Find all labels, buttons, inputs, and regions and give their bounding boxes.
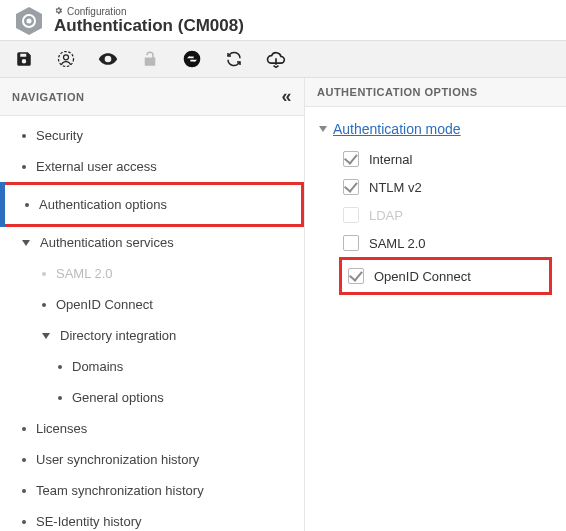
nav-item-team-sync-history[interactable]: Team synchronization history [0, 475, 304, 506]
options-header: AUTHENTICATION OPTIONS [305, 78, 566, 107]
svg-point-5 [184, 51, 201, 68]
module-icon [14, 6, 44, 36]
checkbox-icon [343, 207, 359, 223]
refresh-button[interactable] [224, 49, 244, 69]
nav-label: External user access [36, 159, 292, 174]
opt-label: OpenID Connect [374, 269, 471, 284]
nav-item-authentication-options[interactable]: Authentication options [0, 182, 304, 227]
nav-item-openid-connect[interactable]: OpenID Connect [0, 289, 304, 320]
navigation-title: NAVIGATION [12, 91, 84, 103]
nav-label: Authentication services [40, 235, 292, 250]
checkbox-icon[interactable] [348, 268, 364, 284]
opt-ntlm-v2[interactable]: NTLM v2 [339, 173, 552, 201]
opt-label: SAML 2.0 [369, 236, 426, 251]
nav-label: General options [72, 390, 292, 405]
nav-label: Domains [72, 359, 292, 374]
auth-mode-link[interactable]: Authentication mode [333, 121, 461, 137]
auth-mode-group-header[interactable]: Authentication mode [319, 121, 552, 137]
toolbar [0, 40, 566, 78]
nav-label: Authentication options [39, 197, 289, 212]
nav-item-security[interactable]: Security [0, 120, 304, 151]
opt-ldap: LDAP [339, 201, 552, 229]
save-button[interactable] [14, 49, 34, 69]
options-panel: AUTHENTICATION OPTIONS Authentication mo… [305, 78, 566, 531]
caret-down-icon [42, 333, 50, 339]
bullet-icon [22, 489, 26, 493]
nav-label: User synchronization history [36, 452, 292, 467]
svg-point-3 [59, 52, 74, 67]
checkbox-icon[interactable] [343, 235, 359, 251]
nav-label: Licenses [36, 421, 292, 436]
bullet-icon [25, 203, 29, 207]
nav-item-external-user-access[interactable]: External user access [0, 151, 304, 182]
collapse-icon[interactable]: « [281, 86, 292, 107]
nav-label: OpenID Connect [56, 297, 292, 312]
nav-label: SAML 2.0 [56, 266, 292, 281]
opt-label: Internal [369, 152, 412, 167]
opt-saml[interactable]: SAML 2.0 [339, 229, 552, 257]
svg-point-4 [64, 55, 69, 60]
bullet-icon [22, 134, 26, 138]
eye-button[interactable] [98, 49, 118, 69]
unlock-button[interactable] [140, 49, 160, 69]
nav-item-user-sync-history[interactable]: User synchronization history [0, 444, 304, 475]
checkbox-icon[interactable] [343, 179, 359, 195]
bullet-icon [22, 427, 26, 431]
nav-group-directory-integration[interactable]: Directory integration [0, 320, 304, 351]
nav-label: Team synchronization history [36, 483, 292, 498]
opt-openid-connect[interactable]: OpenID Connect [339, 257, 552, 295]
nav-label: Security [36, 128, 292, 143]
nav-group-authentication-services[interactable]: Authentication services [0, 227, 304, 258]
title-block: Configuration Authentication (CM008) [54, 6, 244, 36]
bullet-icon [22, 520, 26, 524]
navigation-list: Security External user access Authentica… [0, 116, 304, 531]
nav-item-saml[interactable]: SAML 2.0 [0, 258, 304, 289]
cloud-button[interactable] [266, 49, 286, 69]
svg-point-2 [27, 19, 32, 24]
navigation-header: NAVIGATION « [0, 78, 304, 116]
options-content: Authentication mode Internal NTLM v2 LDA… [305, 107, 566, 305]
caret-down-icon [319, 126, 327, 132]
nav-item-licenses[interactable]: Licenses [0, 413, 304, 444]
nav-label: Directory integration [60, 328, 292, 343]
page-header: Configuration Authentication (CM008) [0, 0, 566, 40]
options-title: AUTHENTICATION OPTIONS [317, 86, 478, 98]
opt-label: NTLM v2 [369, 180, 422, 195]
nav-item-domains[interactable]: Domains [0, 351, 304, 382]
nav-item-se-identity-history[interactable]: SE-Identity history [0, 506, 304, 531]
navigation-panel: NAVIGATION « Security External user acce… [0, 78, 305, 531]
page-title: Authentication (CM008) [54, 17, 244, 36]
caret-down-icon [22, 240, 30, 246]
bullet-icon [58, 365, 62, 369]
bullet-icon [42, 272, 46, 276]
auth-mode-options: Internal NTLM v2 LDAP SAML 2.0 OpenID Co… [319, 145, 552, 295]
opt-label: LDAP [369, 208, 403, 223]
profiles-button[interactable] [56, 49, 76, 69]
nav-label: SE-Identity history [36, 514, 292, 529]
bullet-icon [22, 458, 26, 462]
bullet-icon [22, 165, 26, 169]
bullet-icon [58, 396, 62, 400]
transfer-button[interactable] [182, 49, 202, 69]
bullet-icon [42, 303, 46, 307]
opt-internal[interactable]: Internal [339, 145, 552, 173]
checkbox-icon[interactable] [343, 151, 359, 167]
nav-item-general-options[interactable]: General options [0, 382, 304, 413]
